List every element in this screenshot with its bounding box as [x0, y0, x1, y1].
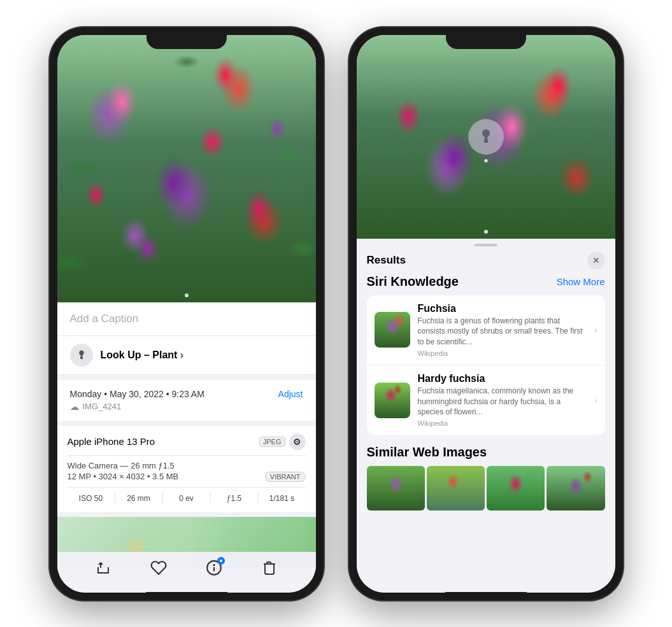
caption-placeholder: Add a Caption — [70, 313, 139, 325]
camera-type: Wide Camera — 26 mm ƒ1.5 — [68, 461, 306, 470]
hardy-fuchsia-item[interactable]: Hardy fuchsia Fuchsia magellanica, commo… — [367, 365, 605, 435]
leaves-overlay — [57, 35, 316, 302]
right-photo-display[interactable] — [357, 35, 615, 239]
info-area: Add a Caption Look Up – Plant › — [57, 302, 316, 593]
results-content: Siri Knowledge Show More Fuchsia Fuchsia… — [357, 274, 615, 593]
vibrant-badge: VIBRANT — [265, 472, 306, 482]
info-button[interactable] — [206, 560, 222, 576]
fuchsia-name: Fuchsia — [418, 303, 587, 314]
exif-ev: 0 ev — [163, 493, 211, 504]
caption-field[interactable]: Add a Caption — [57, 302, 316, 336]
right-page-indicator — [484, 230, 488, 234]
home-indicator — [145, 592, 228, 595]
fuchsia-text: Fuchsia Fuchsia is a genus of flowering … — [418, 303, 587, 357]
right-notch — [446, 27, 526, 49]
info-badge — [217, 557, 225, 565]
lookup-row[interactable]: Look Up – Plant › — [57, 336, 316, 375]
close-button[interactable]: ✕ — [587, 251, 605, 269]
knowledge-card: Fuchsia Fuchsia is a genus of flowering … — [367, 295, 605, 435]
share-button[interactable] — [96, 560, 111, 575]
siri-knowledge-header: Siri Knowledge Show More — [367, 274, 605, 289]
device-name: Apple iPhone 13 Pro — [68, 436, 155, 447]
hardy-source: Wikipedia — [418, 419, 587, 427]
svg-point-3 — [220, 560, 222, 562]
adjust-button[interactable]: Adjust — [278, 389, 303, 399]
cloud-icon: ☁ — [70, 402, 79, 412]
hardy-thumbnail — [375, 383, 410, 418]
lookup-label: Look Up – Plant › — [101, 349, 184, 361]
similar-image-1[interactable] — [367, 466, 425, 511]
lookup-icon — [70, 344, 93, 367]
notch — [147, 27, 227, 49]
bottom-toolbar — [57, 552, 316, 581]
results-title: Results — [367, 254, 406, 267]
resolution: 12 MP • 3024 × 4032 • 3.5 MB — [68, 472, 179, 481]
fuchsia-description: Fuchsia is a genus of flowering plants t… — [418, 316, 587, 348]
hardy-chevron: › — [594, 395, 597, 405]
fuchsia-source: Wikipedia — [418, 349, 587, 357]
meta-section: Monday • May 30, 2022 • 9:23 AM Adjust ☁… — [57, 380, 316, 421]
lookup-subject: Plant — [152, 349, 177, 360]
siri-knowledge-title: Siri Knowledge — [367, 274, 459, 289]
photo-display[interactable] — [57, 35, 316, 302]
file-row: ☁ IMG_4241 — [70, 402, 303, 412]
exif-row: ISO 50 26 mm 0 ev ƒ1.5 1/181 s — [68, 487, 306, 504]
similar-section: Similar Web Images — [367, 445, 605, 511]
device-badges: JPEG ⚙ — [259, 433, 306, 450]
results-panel: Results ✕ Siri Knowledge Show More — [357, 239, 615, 593]
fuchsia-thumbnail — [375, 312, 410, 348]
fuchsia-item[interactable]: Fuchsia Fuchsia is a genus of flowering … — [367, 295, 605, 365]
results-handle[interactable] — [357, 239, 615, 246]
exif-aperture: ƒ1.5 — [211, 493, 259, 504]
hardy-description: Fuchsia magellanica, commonly known as t… — [418, 386, 587, 418]
device-section: Apple iPhone 13 Pro JPEG ⚙ Wide Camera —… — [57, 426, 316, 512]
hardy-name: Hardy fuchsia — [418, 373, 587, 384]
similar-image-3[interactable] — [487, 466, 545, 511]
exif-iso: ISO 50 — [68, 493, 115, 504]
left-phone: Add a Caption Look Up – Plant › — [50, 27, 324, 600]
hardy-text: Hardy fuchsia Fuchsia magellanica, commo… — [418, 373, 587, 427]
page-indicator — [185, 293, 189, 297]
exif-focal: 26 mm — [115, 493, 163, 504]
filename: IMG_4241 — [83, 402, 122, 411]
left-phone-screen: Add a Caption Look Up – Plant › — [57, 35, 316, 593]
close-icon: ✕ — [592, 255, 600, 265]
gear-button[interactable]: ⚙ — [289, 433, 306, 450]
similar-grid — [367, 466, 605, 511]
visual-search-button[interactable] — [468, 119, 504, 155]
show-more-button[interactable]: Show More — [557, 276, 605, 287]
visual-search-dot — [484, 159, 487, 162]
similar-image-4[interactable] — [547, 466, 604, 511]
right-phone-screen: Results ✕ Siri Knowledge Show More — [357, 35, 615, 593]
fuchsia-chevron: › — [594, 325, 597, 335]
right-home-indicator — [445, 592, 527, 595]
photo-date: Monday • May 30, 2022 • 9:23 AM — [70, 389, 204, 399]
delete-button[interactable] — [262, 560, 277, 575]
lookup-prefix: Look Up – — [101, 349, 153, 360]
favorite-button[interactable] — [150, 560, 167, 576]
results-header: Results ✕ — [357, 246, 615, 274]
camera-details: Wide Camera — 26 mm ƒ1.5 12 MP • 3024 × … — [68, 456, 306, 482]
right-phone: Results ✕ Siri Knowledge Show More — [349, 27, 623, 600]
format-badge: JPEG — [259, 437, 285, 447]
device-row: Apple iPhone 13 Pro JPEG ⚙ — [68, 433, 306, 456]
similar-image-2[interactable] — [427, 466, 485, 511]
exif-shutter: 1/181 s — [259, 493, 306, 504]
similar-title: Similar Web Images — [367, 445, 605, 460]
